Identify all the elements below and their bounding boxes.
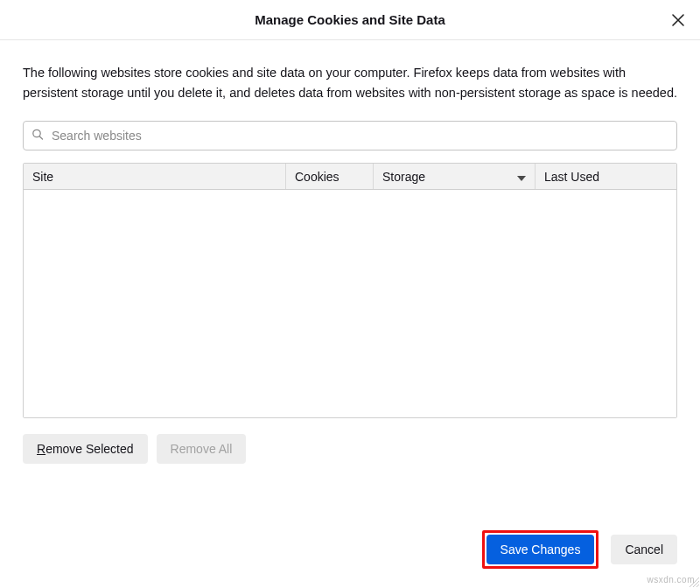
column-last-used[interactable]: Last Used bbox=[536, 164, 676, 189]
column-storage-label: Storage bbox=[382, 170, 425, 184]
search-input[interactable] bbox=[23, 121, 677, 150]
column-last-used-label: Last Used bbox=[544, 170, 599, 184]
table-body-empty bbox=[24, 190, 676, 417]
sites-table: Site Cookies Storage Last Used bbox=[23, 163, 677, 418]
save-highlight: Save Changes bbox=[482, 530, 599, 569]
action-row: Remove Selected Remove All bbox=[23, 434, 677, 464]
save-changes-button[interactable]: Save Changes bbox=[486, 535, 595, 564]
table-header: Site Cookies Storage Last Used bbox=[24, 164, 676, 190]
remove-selected-mnemonic: R bbox=[37, 442, 46, 456]
column-cookies[interactable]: Cookies bbox=[286, 164, 374, 189]
remove-selected-rest: emove Selected bbox=[46, 442, 133, 456]
remove-all-button[interactable]: Remove All bbox=[157, 434, 247, 464]
close-button[interactable] bbox=[667, 9, 690, 32]
sort-descending-icon bbox=[517, 170, 526, 184]
search-wrapper bbox=[23, 121, 677, 150]
titlebar: Manage Cookies and Site Data bbox=[0, 0, 700, 40]
column-cookies-label: Cookies bbox=[295, 170, 340, 184]
column-site[interactable]: Site bbox=[24, 164, 286, 189]
column-site-label: Site bbox=[32, 170, 53, 184]
cancel-button[interactable]: Cancel bbox=[611, 535, 677, 564]
remove-selected-button[interactable]: Remove Selected bbox=[23, 434, 148, 464]
column-storage[interactable]: Storage bbox=[374, 164, 536, 189]
close-icon bbox=[671, 13, 685, 27]
dialog-footer: Save Changes Cancel bbox=[482, 530, 677, 569]
dialog-content: The following websites store cookies and… bbox=[0, 40, 700, 464]
dialog-title: Manage Cookies and Site Data bbox=[255, 12, 445, 27]
svg-line-4 bbox=[696, 584, 699, 587]
watermark: wsxdn.com bbox=[647, 575, 695, 584]
description-text: The following websites store cookies and… bbox=[23, 63, 677, 103]
